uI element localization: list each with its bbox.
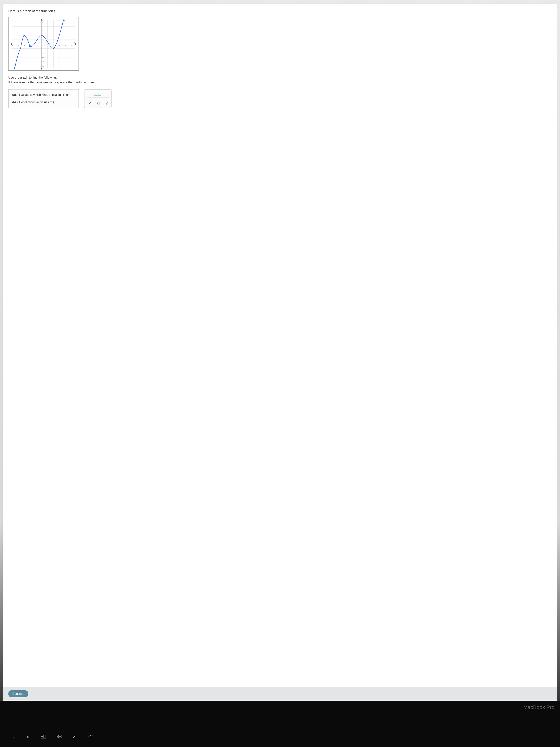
svg-text:3: 3	[43, 30, 43, 32]
svg-marker-51	[62, 19, 64, 21]
problem-content: Here is a graph of the function f.	[3, 4, 557, 687]
svg-text:4: 4	[65, 45, 66, 47]
svg-rect-57	[57, 735, 58, 736]
svg-text:2: 2	[53, 45, 54, 47]
continue-button[interactable]: Continue	[8, 690, 28, 697]
mission-control-icon[interactable]	[41, 735, 46, 740]
svg-text:5: 5	[43, 21, 43, 23]
svg-point-52	[29, 46, 31, 47]
svg-text:1: 1	[47, 45, 48, 47]
svg-marker-26	[75, 43, 77, 45]
svg-text:y: y	[43, 19, 44, 21]
question-b: (b) All local minimum values of f:	[12, 100, 75, 104]
svg-text:3: 3	[59, 45, 60, 47]
answer-b-input[interactable]	[56, 100, 58, 104]
svg-line-67	[92, 736, 93, 737]
svg-text:5: 5	[71, 45, 72, 47]
answer-a-input[interactable]	[72, 93, 75, 97]
svg-text:-5: -5	[42, 66, 44, 67]
svg-text:-3: -3	[24, 45, 25, 47]
svg-text:-4: -4	[18, 45, 19, 47]
qb-prefix: (b) All local minimum values of	[12, 101, 53, 104]
svg-rect-58	[59, 735, 60, 736]
svg-line-66	[88, 736, 88, 737]
svg-text:-3: -3	[42, 56, 44, 58]
svg-text:-1: -1	[42, 48, 44, 50]
svg-text:x: x	[74, 42, 75, 44]
prompt-text: Here is a graph of the function f.	[8, 9, 552, 13]
keyboard-dim-icon[interactable]	[73, 735, 77, 740]
svg-rect-61	[59, 737, 60, 738]
brightness-up-icon[interactable]: ☀	[26, 735, 30, 740]
svg-text:1: 1	[43, 39, 43, 41]
question-a: (a) All values at which f has a local mi…	[12, 93, 75, 97]
answer-row: (a) All values at which f has a local mi…	[8, 89, 552, 108]
svg-rect-56	[43, 735, 46, 738]
answer-box: (a) All values at which f has a local mi…	[8, 89, 79, 108]
svg-line-69	[89, 735, 89, 736]
reset-button[interactable]: ↺	[97, 101, 100, 106]
svg-text:4: 4	[43, 26, 43, 28]
qa-prefix: (a) All values at which	[12, 93, 42, 96]
svg-marker-24	[41, 19, 43, 20]
list-format-button[interactable]: □,□,...	[87, 92, 109, 98]
function-graph: -5-4-3 -2-1 123 45 543 21 -1-2-3 -4-5 y …	[8, 17, 79, 71]
svg-text:-1: -1	[35, 45, 37, 47]
touchbar: ☼ ☀	[0, 735, 560, 740]
keyboard-bright-icon[interactable]	[88, 735, 93, 740]
qa-suffix: has a local minimum:	[43, 93, 71, 96]
svg-rect-55	[41, 737, 43, 738]
prompt-prefix: Here is a graph of the function	[8, 9, 54, 13]
svg-point-53	[53, 48, 54, 49]
svg-line-70	[92, 735, 92, 736]
footer-bar: Continue	[3, 687, 557, 701]
laptop-bezel: MacBook Pro ☼ ☀	[0, 701, 560, 747]
svg-text:-2: -2	[42, 52, 44, 54]
qb-suffix: :	[54, 101, 55, 104]
tool-panel: □,□,... ✕ ↺ ?	[84, 89, 111, 108]
launchpad-icon[interactable]	[57, 735, 61, 740]
svg-line-64	[77, 737, 77, 737]
prompt-suffix: .	[55, 9, 56, 13]
instructions-line-2: If there is more than one answer, separa…	[8, 80, 552, 85]
instructions: Use the graph to find the following. If …	[8, 75, 552, 85]
brightness-down-icon[interactable]: ☼	[11, 735, 15, 740]
clear-button[interactable]: ✕	[88, 101, 91, 106]
svg-marker-25	[41, 68, 43, 70]
svg-rect-54	[41, 735, 43, 737]
svg-text:-5: -5	[12, 45, 13, 47]
svg-rect-59	[60, 735, 61, 736]
svg-line-63	[73, 737, 73, 737]
svg-rect-62	[60, 737, 61, 738]
macbook-label: MacBook Pro	[523, 704, 555, 710]
help-button[interactable]: ?	[106, 101, 108, 106]
tool-buttons: ✕ ↺ ?	[87, 101, 109, 106]
svg-rect-60	[57, 737, 58, 738]
graph-svg: -5-4-3 -2-1 123 45 543 21 -1-2-3 -4-5 y …	[8, 17, 79, 70]
svg-text:-4: -4	[42, 61, 44, 63]
instructions-line-1: Use the graph to find the following.	[8, 75, 552, 80]
